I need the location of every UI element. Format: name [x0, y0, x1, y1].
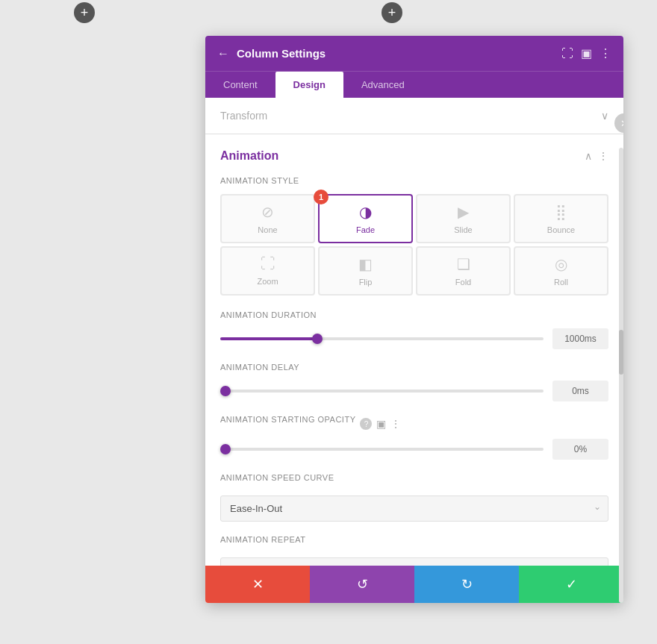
- animation-duration-label: Animation Duration: [220, 310, 608, 319]
- section-more-icon[interactable]: ⋮: [598, 150, 608, 162]
- slide-label: Slide: [454, 225, 472, 234]
- opacity-desktop-icon[interactable]: ▣: [376, 418, 386, 430]
- delay-slider[interactable]: [220, 390, 544, 393]
- style-option-flip[interactable]: ◧ Flip: [318, 246, 413, 296]
- delay-slider-thumb[interactable]: [220, 386, 231, 396]
- transform-label: Transform: [220, 110, 267, 122]
- animation-section: Animation ∧ ⋮ Animation Style ⊘ None: [205, 134, 623, 566]
- none-label: None: [258, 225, 277, 234]
- animation-delay-field: Animation Delay 0ms: [220, 363, 608, 401]
- animation-speed-curve-field: Animation Speed Curve Ease-In-Out Linear…: [220, 473, 608, 522]
- add-button-center[interactable]: +: [382, 2, 402, 23]
- animation-opacity-label: Animation Starting Opacity: [220, 415, 355, 424]
- style-option-fade[interactable]: 1 ◑ Fade: [318, 194, 413, 243]
- reset-button[interactable]: ↺: [310, 566, 414, 603]
- opacity-help-icon[interactable]: ?: [360, 418, 372, 430]
- animation-style-grid: ⊘ None 1 ◑ Fade ▶ Slide: [220, 194, 608, 296]
- animation-title: Animation: [220, 149, 278, 163]
- style-option-slide[interactable]: ▶ Slide: [416, 194, 511, 243]
- animation-style-label: Animation Style: [220, 176, 608, 185]
- more-icon[interactable]: ⋮: [600, 46, 611, 60]
- add-button-left[interactable]: +: [74, 2, 95, 23]
- back-icon[interactable]: ←: [217, 47, 229, 60]
- header-icons: ⛶ ▣ ⋮: [561, 46, 611, 60]
- opacity-slider-row: 0%: [220, 439, 608, 460]
- fade-label: Fade: [356, 225, 375, 234]
- none-icon: ⊘: [261, 203, 274, 221]
- duration-value-input[interactable]: 1000ms: [552, 328, 608, 349]
- style-option-fold[interactable]: ❑ Fold: [416, 246, 511, 296]
- column-settings-modal: ← Column Settings ⛶ ▣ ⋮ Content Design A…: [205, 36, 623, 603]
- animation-style-field: Animation Style ⊘ None 1 ◑ Fade: [220, 176, 608, 296]
- zoom-label: Zoom: [257, 277, 278, 286]
- cancel-button[interactable]: ✕: [205, 566, 310, 603]
- opacity-label-row: Animation Starting Opacity ? ▣ ⋮: [220, 415, 608, 433]
- duration-slider[interactable]: [220, 337, 544, 340]
- transform-section[interactable]: Transform ∨: [205, 98, 623, 134]
- animation-header: Animation ∧ ⋮: [220, 149, 608, 163]
- tabs-bar: Content Design Advanced: [205, 71, 623, 98]
- bounce-icon: ⣿: [555, 203, 567, 221]
- delay-slider-row: 0ms: [220, 381, 608, 401]
- opacity-value-input[interactable]: 0%: [552, 439, 608, 460]
- tab-design[interactable]: Design: [275, 72, 343, 98]
- repeat-select-wrapper: Once Loop Infinite ⌄: [220, 553, 608, 566]
- zoom-icon: ⛶: [261, 255, 275, 272]
- duration-slider-row: 1000ms: [220, 328, 608, 349]
- style-option-zoom[interactable]: ⛶ Zoom: [220, 246, 315, 296]
- slide-icon: ▶: [458, 203, 469, 221]
- speed-curve-select[interactable]: Ease-In-Out Linear Ease-In Ease-Out Boun…: [220, 495, 608, 522]
- tab-advanced[interactable]: Advanced: [343, 72, 423, 98]
- flip-label: Flip: [359, 278, 373, 287]
- scrollbar-thumb[interactable]: [619, 330, 623, 375]
- opacity-more-icon[interactable]: ⋮: [390, 418, 401, 430]
- flip-icon: ◧: [358, 255, 373, 273]
- header-left: ← Column Settings: [217, 47, 326, 60]
- repeat-select[interactable]: Once Loop Infinite: [220, 557, 608, 566]
- style-option-roll[interactable]: ◎ Roll: [514, 246, 608, 296]
- speed-curve-select-wrapper: Ease-In-Out Linear Ease-In Ease-Out Boun…: [220, 491, 608, 522]
- animation-header-icons: ∧ ⋮: [585, 150, 608, 162]
- opacity-slider[interactable]: [220, 448, 544, 451]
- collapse-icon[interactable]: ∧: [585, 150, 592, 162]
- animation-speed-curve-label: Animation Speed Curve: [220, 473, 608, 482]
- bounce-label: Bounce: [547, 225, 575, 234]
- duration-slider-fill: [220, 337, 317, 340]
- animation-opacity-field: Animation Starting Opacity ? ▣ ⋮ 0%: [220, 415, 608, 460]
- duration-slider-thumb[interactable]: [312, 334, 323, 344]
- scrollbar-track: [619, 148, 623, 603]
- animation-delay-label: Animation Delay: [220, 363, 608, 372]
- modal-body: Transform ∨ Animation ∧ ⋮ Animation Styl…: [205, 98, 623, 566]
- tab-content[interactable]: Content: [205, 72, 275, 98]
- style-option-none[interactable]: ⊘ None: [220, 194, 315, 243]
- fade-icon: ◑: [359, 203, 372, 221]
- roll-icon: ◎: [555, 255, 567, 273]
- chevron-down-icon: ∨: [601, 110, 608, 122]
- opacity-slider-thumb[interactable]: [220, 444, 231, 454]
- animation-duration-field: Animation Duration 1000ms: [220, 310, 608, 349]
- confirm-button[interactable]: ✓: [519, 566, 623, 603]
- animation-repeat-label: Animation Repeat: [220, 535, 608, 544]
- layout-icon[interactable]: ▣: [581, 46, 592, 60]
- roll-label: Roll: [554, 278, 568, 287]
- expand-icon[interactable]: ⛶: [561, 47, 573, 60]
- refresh-button[interactable]: ↻: [414, 566, 519, 603]
- modal-header: ← Column Settings ⛶ ▣ ⋮: [205, 36, 623, 71]
- fold-icon: ❑: [457, 255, 470, 273]
- style-option-bounce[interactable]: ⣿ Bounce: [514, 194, 608, 243]
- modal-footer: ✕ ↺ ↻ ✓: [205, 566, 623, 603]
- fold-label: Fold: [455, 278, 471, 287]
- animation-repeat-field: Animation Repeat Once Loop Infinite ⌄: [220, 535, 608, 566]
- modal-title: Column Settings: [237, 47, 326, 60]
- badge-1: 1: [314, 190, 328, 204]
- delay-value-input[interactable]: 0ms: [552, 381, 608, 401]
